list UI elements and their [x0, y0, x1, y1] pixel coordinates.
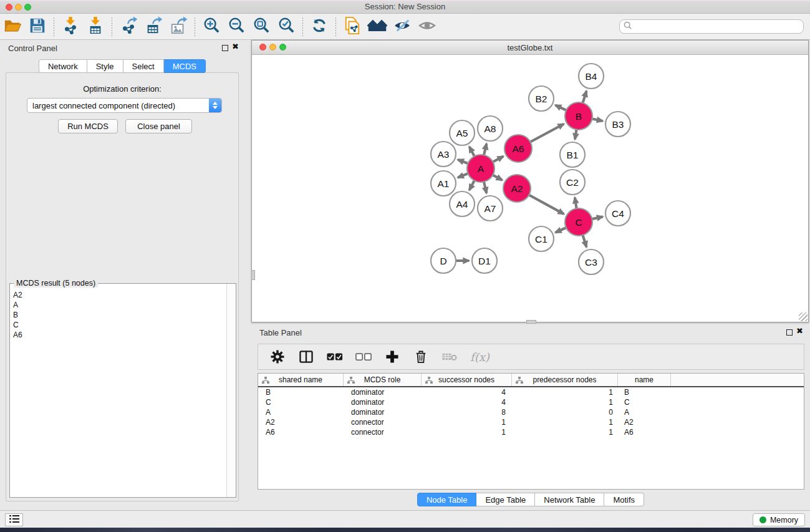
- table-cell[interactable]: connector: [344, 428, 422, 437]
- column-header-name[interactable]: name: [618, 374, 671, 386]
- table-cell[interactable]: 4: [422, 398, 512, 407]
- delete-column-icon[interactable]: [413, 349, 429, 365]
- table-cell[interactable]: B: [258, 388, 344, 397]
- graph-node-A6[interactable]: A6: [504, 135, 532, 162]
- graph-node-C2[interactable]: C2: [560, 170, 585, 195]
- window-resize-grip[interactable]: [799, 312, 808, 321]
- run-mcds-button[interactable]: Run MCDS: [58, 119, 118, 133]
- graph-node-C[interactable]: C: [565, 208, 592, 236]
- mcds-result-item[interactable]: A6: [11, 330, 226, 340]
- close-panel-button[interactable]: Close panel: [125, 119, 192, 133]
- table-cell[interactable]: 1: [512, 388, 618, 397]
- network-canvas[interactable]: AA1A2A3A4A5A6A7A8BB1B2B3B4CC1C2C3C4DD1: [252, 55, 808, 322]
- zoom-in-button[interactable]: [199, 16, 224, 38]
- hide-selected-button[interactable]: [390, 16, 415, 38]
- table-cell[interactable]: A6: [258, 428, 344, 437]
- mcds-result-item[interactable]: A2: [11, 290, 226, 300]
- graph-node-A[interactable]: A: [467, 155, 494, 182]
- refresh-button[interactable]: [307, 16, 332, 38]
- table-cell[interactable]: C: [258, 398, 344, 407]
- settings-gear-icon[interactable]: [269, 349, 286, 365]
- graph-node-C3[interactable]: C3: [579, 249, 604, 274]
- table-cell[interactable]: C: [618, 398, 671, 407]
- graph-node-A5[interactable]: A5: [450, 120, 475, 145]
- save-session-button[interactable]: [25, 16, 50, 38]
- column-header-shared-name[interactable]: shared name: [258, 374, 344, 386]
- graph-node-B4[interactable]: B4: [579, 64, 604, 89]
- tab-style[interactable]: Style: [87, 59, 123, 73]
- select-all-icon[interactable]: [327, 349, 343, 365]
- graph-node-B2[interactable]: B2: [529, 86, 554, 111]
- table-cell[interactable]: 1: [422, 418, 512, 427]
- table-cell[interactable]: 1: [422, 428, 512, 437]
- graph-node-B3[interactable]: B3: [605, 112, 630, 137]
- graph-node-D[interactable]: D: [431, 248, 456, 273]
- close-panel-icon[interactable]: ✖: [232, 42, 239, 51]
- graph-node-A1[interactable]: A1: [431, 171, 456, 196]
- table-cell[interactable]: dominator: [344, 408, 422, 417]
- zoom-fit-button[interactable]: [249, 16, 274, 38]
- graph-node-A4[interactable]: A4: [450, 191, 475, 216]
- columns-icon[interactable]: [298, 349, 314, 365]
- table-cell[interactable]: 1: [512, 418, 618, 427]
- show-all-button[interactable]: [415, 16, 440, 38]
- graph-node-A8[interactable]: A8: [478, 116, 503, 141]
- graph-node-B1[interactable]: B1: [560, 142, 585, 167]
- tab-network[interactable]: Network: [39, 59, 87, 73]
- table-cell[interactable]: 4: [422, 388, 512, 397]
- open-session-button[interactable]: [0, 16, 25, 38]
- table-cell[interactable]: 8: [422, 408, 512, 417]
- float-panel-icon[interactable]: [222, 45, 228, 51]
- table-cell[interactable]: B: [618, 388, 671, 397]
- export-network-button[interactable]: [116, 16, 141, 38]
- network-window-titlebar[interactable]: testGlobe.txt: [252, 41, 808, 55]
- tab-edge-table[interactable]: Edge Table: [476, 493, 535, 506]
- search-box[interactable]: [619, 19, 804, 34]
- column-header-predecessor-nodes[interactable]: predecessor nodes: [512, 374, 618, 386]
- tab-motifs[interactable]: Motifs: [604, 493, 644, 506]
- mcds-result-item[interactable]: C: [11, 320, 226, 330]
- search-input[interactable]: [632, 21, 803, 32]
- table-row[interactable]: A6connector11A6: [258, 427, 804, 437]
- cyndex-home-button[interactable]: [365, 16, 390, 38]
- table-cell[interactable]: 1: [512, 428, 618, 437]
- splitpane-grip[interactable]: [251, 270, 255, 280]
- export-table-button[interactable]: [141, 16, 166, 38]
- table-cell[interactable]: 1: [512, 398, 618, 407]
- mcds-result-item[interactable]: A: [11, 300, 226, 310]
- task-history-button[interactable]: [5, 513, 23, 526]
- graph-node-A2[interactable]: A2: [503, 175, 531, 202]
- graph-node-D1[interactable]: D1: [472, 248, 497, 273]
- tab-node-table[interactable]: Node Table: [417, 493, 477, 506]
- result-scrollbar[interactable]: [226, 284, 236, 497]
- column-header-mcds-role[interactable]: MCDS role: [344, 374, 422, 386]
- graph-node-C1[interactable]: C1: [529, 226, 554, 251]
- graph-node-A7[interactable]: A7: [478, 196, 503, 221]
- criterion-select[interactable]: largest connected component (directed): [27, 98, 222, 113]
- table-cell[interactable]: A2: [618, 418, 671, 427]
- table-cell[interactable]: dominator: [344, 388, 422, 397]
- import-network-button[interactable]: [58, 16, 83, 38]
- column-header-successor-nodes[interactable]: successor nodes: [422, 374, 512, 386]
- table-cell[interactable]: 0: [512, 408, 618, 417]
- splitpane-grip[interactable]: [526, 320, 536, 324]
- mcds-result-item[interactable]: B: [11, 310, 226, 320]
- graph-node-B[interactable]: B: [565, 102, 592, 130]
- import-table-button[interactable]: [83, 16, 108, 38]
- table-cell[interactable]: A: [258, 408, 344, 417]
- export-image-button[interactable]: [166, 16, 191, 38]
- add-column-icon[interactable]: [384, 349, 400, 365]
- table-row[interactable]: Bdominator41B: [258, 387, 804, 397]
- zoom-out-button[interactable]: [224, 16, 249, 38]
- mcds-result-list[interactable]: A2ABCA6: [11, 290, 226, 496]
- tab-mcds[interactable]: MCDS: [164, 59, 206, 73]
- table-row[interactable]: Cdominator41C: [258, 397, 804, 407]
- tab-network-table[interactable]: Network Table: [535, 493, 604, 506]
- close-panel-icon[interactable]: ✖: [796, 327, 803, 336]
- table-cell[interactable]: connector: [344, 418, 422, 427]
- table-cell[interactable]: A6: [618, 428, 671, 437]
- table-row[interactable]: Adominator80A: [258, 407, 804, 417]
- float-panel-icon[interactable]: [786, 329, 793, 336]
- deselect-all-icon[interactable]: [355, 349, 372, 365]
- table-cell[interactable]: dominator: [344, 398, 422, 407]
